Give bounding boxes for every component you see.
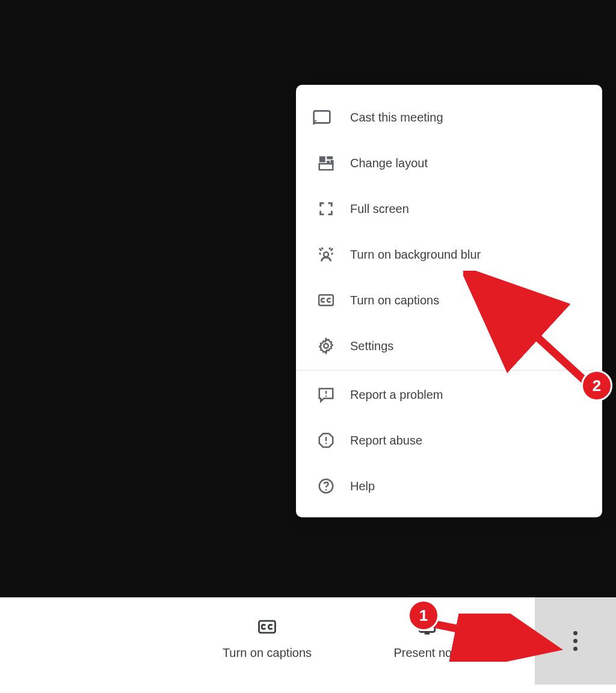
report-abuse-icon: [312, 431, 340, 449]
gear-icon: [312, 337, 340, 355]
menu-item-label: Change layout: [350, 156, 428, 170]
help-icon: [312, 477, 340, 495]
menu-item-label: Turn on background blur: [350, 248, 481, 262]
menu-item-label: Full screen: [350, 202, 409, 216]
annotation-arrow-1: [421, 614, 565, 662]
more-vert-icon: [573, 629, 578, 653]
svg-point-13: [325, 443, 327, 445]
svg-line-20: [481, 286, 590, 385]
fullscreen-icon: [312, 200, 340, 217]
feedback-icon: [312, 386, 340, 404]
menu-item-label: Cast this meeting: [350, 111, 443, 125]
captions-button[interactable]: Turn on captions: [201, 617, 333, 660]
svg-point-1: [313, 123, 314, 123]
captions-label: Turn on captions: [223, 646, 312, 660]
cc-icon: [257, 617, 277, 640]
menu-item-label: Settings: [350, 339, 393, 353]
menu-item-report-abuse[interactable]: Report abuse: [296, 417, 602, 463]
annotation-badge-1: 1: [408, 600, 439, 631]
menu-item-label: Help: [350, 479, 375, 493]
menu-item-help[interactable]: Help: [296, 463, 602, 509]
svg-point-11: [325, 395, 327, 397]
menu-item-layout[interactable]: Change layout: [296, 140, 602, 186]
menu-item-cast[interactable]: Cast this meeting: [296, 94, 602, 140]
layout-icon: [312, 154, 340, 172]
svg-point-9: [324, 343, 328, 348]
menu-item-label: Report a problem: [350, 388, 443, 402]
svg-rect-6: [319, 164, 333, 170]
annotation-badge-2: 2: [581, 370, 612, 401]
svg-point-7: [324, 252, 328, 257]
menu-item-fullscreen[interactable]: Full screen: [296, 186, 602, 232]
svg-rect-3: [327, 156, 333, 159]
svg-rect-2: [319, 156, 325, 162]
svg-point-15: [325, 489, 327, 491]
svg-line-19: [427, 623, 532, 644]
background-blur-icon: [312, 245, 340, 263]
cast-icon: [312, 108, 340, 127]
menu-item-label: Report abuse: [350, 434, 422, 448]
menu-item-label: Turn on captions: [350, 294, 439, 307]
cc-icon: [312, 291, 340, 309]
